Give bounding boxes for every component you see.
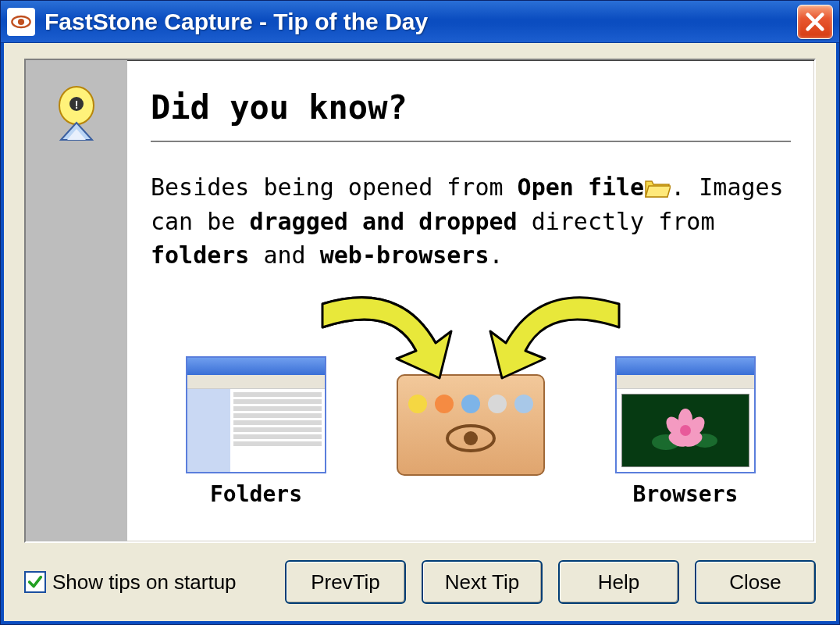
illustration-folders: Folders bbox=[186, 356, 326, 507]
tip-body-text: Besides being opened from Open file. Ima… bbox=[151, 170, 791, 273]
browsers-label: Browsers bbox=[633, 481, 739, 507]
lightbulb-icon: ! bbox=[49, 84, 104, 154]
window-close-button[interactable] bbox=[797, 5, 833, 39]
close-button[interactable]: Close bbox=[695, 560, 816, 604]
divider bbox=[151, 141, 791, 142]
help-button[interactable]: Help bbox=[558, 560, 679, 604]
eye-icon bbox=[443, 421, 498, 455]
tip-main-pane: Did you know? Besides being opened from … bbox=[127, 60, 814, 541]
svg-text:!: ! bbox=[75, 98, 79, 111]
open-file-icon bbox=[644, 173, 671, 195]
svg-point-16 bbox=[680, 425, 691, 436]
show-tips-checkbox-wrap[interactable]: Show tips on startup bbox=[24, 570, 269, 595]
flower-image-icon bbox=[621, 394, 749, 467]
tip-heading: Did you know? bbox=[151, 88, 791, 127]
tip-sidebar: ! bbox=[26, 60, 127, 541]
tip-content-box: ! Did you know? Besides being opened fro… bbox=[24, 59, 816, 543]
prev-tip-button[interactable]: PrevTip bbox=[285, 560, 406, 604]
show-tips-label: Show tips on startup bbox=[52, 570, 237, 595]
arrow-right-icon bbox=[479, 288, 635, 398]
checkmark-icon bbox=[27, 573, 44, 591]
tip-illustration: Folders bbox=[151, 288, 791, 507]
arrow-left-icon bbox=[307, 288, 463, 398]
close-icon bbox=[804, 11, 826, 33]
dialog-footer: Show tips on startup PrevTip Next Tip He… bbox=[24, 560, 816, 604]
client-area: ! Did you know? Besides being opened fro… bbox=[1, 43, 839, 624]
folders-window-icon bbox=[186, 356, 326, 473]
svg-point-1 bbox=[18, 18, 24, 24]
titlebar: FastStone Capture - Tip of the Day bbox=[1, 1, 839, 43]
app-icon bbox=[7, 8, 35, 36]
show-tips-checkbox[interactable] bbox=[24, 571, 46, 593]
illustration-browsers: Browsers bbox=[615, 356, 756, 507]
folders-label: Folders bbox=[210, 481, 302, 507]
dialog-window: FastStone Capture - Tip of the Day ! bbox=[0, 0, 840, 625]
next-tip-button[interactable]: Next Tip bbox=[422, 560, 543, 604]
browser-window-icon bbox=[615, 356, 756, 473]
svg-point-8 bbox=[464, 431, 478, 445]
window-title: FastStone Capture - Tip of the Day bbox=[44, 9, 797, 35]
